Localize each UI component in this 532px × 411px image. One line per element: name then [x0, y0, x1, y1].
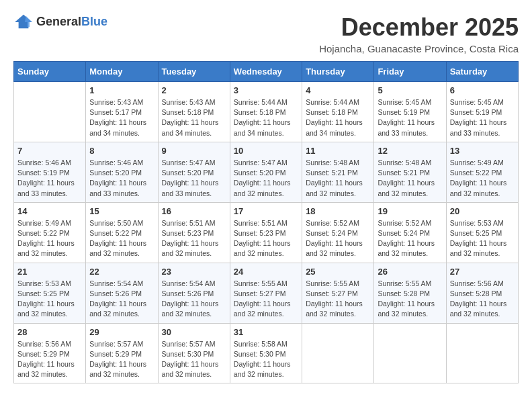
- calendar-cell: [302, 323, 374, 383]
- cell-date: 4: [306, 85, 370, 95]
- calendar-cell: [374, 323, 446, 383]
- calendar-cell: 28Sunrise: 5:56 AMSunset: 5:29 PMDayligh…: [14, 323, 86, 383]
- main-title: December 2025: [319, 13, 519, 42]
- day-header-wednesday: Wednesday: [230, 62, 302, 82]
- cell-info: Sunrise: 5:49 AMSunset: 5:22 PMDaylight:…: [450, 158, 515, 199]
- cell-date: 6: [450, 85, 515, 95]
- cell-info: Sunrise: 5:47 AMSunset: 5:20 PMDaylight:…: [234, 158, 298, 199]
- cell-info: Sunrise: 5:50 AMSunset: 5:22 PMDaylight:…: [89, 218, 154, 259]
- cell-info: Sunrise: 5:45 AMSunset: 5:19 PMDaylight:…: [450, 97, 515, 138]
- cell-info: Sunrise: 5:49 AMSunset: 5:22 PMDaylight:…: [17, 218, 82, 259]
- cell-date: 16: [162, 206, 226, 216]
- cell-info: Sunrise: 5:52 AMSunset: 5:24 PMDaylight:…: [306, 218, 370, 259]
- logo-blue: Blue: [81, 15, 107, 28]
- calendar-cell: [446, 323, 518, 383]
- calendar-week-row: 1Sunrise: 5:43 AMSunset: 5:17 PMDaylight…: [14, 82, 519, 142]
- cell-info: Sunrise: 5:51 AMSunset: 5:23 PMDaylight:…: [234, 218, 298, 259]
- calendar-table: SundayMondayTuesdayWednesdayThursdayFrid…: [13, 61, 519, 383]
- cell-date: 20: [450, 206, 515, 216]
- calendar-cell: 14Sunrise: 5:49 AMSunset: 5:22 PMDayligh…: [14, 202, 86, 263]
- cell-info: Sunrise: 5:44 AMSunset: 5:18 PMDaylight:…: [234, 97, 298, 138]
- cell-date: 27: [450, 267, 515, 277]
- day-header-saturday: Saturday: [446, 62, 518, 82]
- calendar-cell: 2Sunrise: 5:43 AMSunset: 5:18 PMDaylight…: [158, 82, 230, 142]
- logo-general: General: [36, 15, 81, 28]
- cell-date: 3: [234, 85, 298, 95]
- cell-date: 2: [162, 85, 226, 95]
- calendar-cell: 7Sunrise: 5:46 AMSunset: 5:19 PMDaylight…: [14, 142, 86, 202]
- cell-date: 9: [162, 146, 226, 156]
- cell-info: Sunrise: 5:55 AMSunset: 5:28 PMDaylight:…: [378, 279, 442, 320]
- cell-date: 18: [306, 206, 370, 216]
- cell-date: 24: [234, 267, 298, 277]
- calendar-cell: 22Sunrise: 5:54 AMSunset: 5:26 PMDayligh…: [86, 263, 158, 323]
- cell-info: Sunrise: 5:46 AMSunset: 5:19 PMDaylight:…: [17, 158, 82, 199]
- calendar-cell: 27Sunrise: 5:56 AMSunset: 5:28 PMDayligh…: [446, 263, 518, 323]
- cell-date: 10: [234, 146, 298, 156]
- calendar-cell: 21Sunrise: 5:53 AMSunset: 5:25 PMDayligh…: [14, 263, 86, 323]
- calendar-cell: 17Sunrise: 5:51 AMSunset: 5:23 PMDayligh…: [230, 202, 302, 263]
- cell-date: 8: [89, 146, 154, 156]
- calendar-cell: 1Sunrise: 5:43 AMSunset: 5:17 PMDaylight…: [86, 82, 158, 142]
- cell-date: 23: [162, 267, 226, 277]
- cell-date: 15: [89, 206, 154, 216]
- calendar-cell: 8Sunrise: 5:46 AMSunset: 5:20 PMDaylight…: [86, 142, 158, 202]
- subtitle: Hojancha, Guanacaste Province, Costa Ric…: [319, 43, 519, 54]
- header: GeneralBlue December 2025 Hojancha, Guan…: [13, 13, 519, 54]
- calendar-cell: 30Sunrise: 5:57 AMSunset: 5:30 PMDayligh…: [158, 323, 230, 383]
- calendar-cell: 19Sunrise: 5:52 AMSunset: 5:24 PMDayligh…: [374, 202, 446, 263]
- calendar-week-row: 7Sunrise: 5:46 AMSunset: 5:19 PMDaylight…: [14, 142, 519, 202]
- cell-date: 28: [17, 327, 82, 337]
- calendar-cell: [14, 82, 86, 142]
- calendar-cell: 3Sunrise: 5:44 AMSunset: 5:18 PMDaylight…: [230, 82, 302, 142]
- calendar-cell: 15Sunrise: 5:50 AMSunset: 5:22 PMDayligh…: [86, 202, 158, 263]
- cell-date: 5: [378, 85, 442, 95]
- cell-info: Sunrise: 5:43 AMSunset: 5:17 PMDaylight:…: [89, 97, 154, 138]
- calendar-cell: 16Sunrise: 5:51 AMSunset: 5:23 PMDayligh…: [158, 202, 230, 263]
- calendar-cell: 23Sunrise: 5:54 AMSunset: 5:26 PMDayligh…: [158, 263, 230, 323]
- calendar-cell: 12Sunrise: 5:48 AMSunset: 5:21 PMDayligh…: [374, 142, 446, 202]
- cell-info: Sunrise: 5:52 AMSunset: 5:24 PMDaylight:…: [378, 218, 442, 259]
- calendar-cell: 26Sunrise: 5:55 AMSunset: 5:28 PMDayligh…: [374, 263, 446, 323]
- calendar-cell: 13Sunrise: 5:49 AMSunset: 5:22 PMDayligh…: [446, 142, 518, 202]
- calendar-cell: 20Sunrise: 5:53 AMSunset: 5:25 PMDayligh…: [446, 202, 518, 263]
- cell-info: Sunrise: 5:56 AMSunset: 5:29 PMDaylight:…: [17, 339, 82, 380]
- cell-info: Sunrise: 5:48 AMSunset: 5:21 PMDaylight:…: [306, 158, 370, 199]
- calendar-cell: 18Sunrise: 5:52 AMSunset: 5:24 PMDayligh…: [302, 202, 374, 263]
- calendar-cell: 25Sunrise: 5:55 AMSunset: 5:27 PMDayligh…: [302, 263, 374, 323]
- cell-date: 21: [17, 267, 82, 277]
- calendar-cell: 6Sunrise: 5:45 AMSunset: 5:19 PMDaylight…: [446, 82, 518, 142]
- cell-date: 25: [306, 267, 370, 277]
- cell-info: Sunrise: 5:57 AMSunset: 5:29 PMDaylight:…: [89, 339, 154, 380]
- cell-date: 17: [234, 206, 298, 216]
- day-header-monday: Monday: [86, 62, 158, 82]
- cell-info: Sunrise: 5:45 AMSunset: 5:19 PMDaylight:…: [378, 97, 442, 138]
- cell-date: 22: [89, 267, 154, 277]
- cell-info: Sunrise: 5:47 AMSunset: 5:20 PMDaylight:…: [162, 158, 226, 199]
- cell-info: Sunrise: 5:54 AMSunset: 5:26 PMDaylight:…: [162, 279, 226, 320]
- day-header-thursday: Thursday: [302, 62, 374, 82]
- cell-date: 26: [378, 267, 442, 277]
- calendar-cell: 5Sunrise: 5:45 AMSunset: 5:19 PMDaylight…: [374, 82, 446, 142]
- calendar-cell: 9Sunrise: 5:47 AMSunset: 5:20 PMDaylight…: [158, 142, 230, 202]
- title-section: December 2025 Hojancha, Guanacaste Provi…: [319, 13, 519, 54]
- cell-info: Sunrise: 5:56 AMSunset: 5:28 PMDaylight:…: [450, 279, 515, 320]
- cell-info: Sunrise: 5:46 AMSunset: 5:20 PMDaylight:…: [89, 158, 154, 199]
- calendar-cell: 10Sunrise: 5:47 AMSunset: 5:20 PMDayligh…: [230, 142, 302, 202]
- cell-date: 1: [89, 85, 154, 95]
- cell-date: 7: [17, 146, 82, 156]
- cell-info: Sunrise: 5:55 AMSunset: 5:27 PMDaylight:…: [306, 279, 370, 320]
- cell-date: 30: [162, 327, 226, 337]
- calendar-cell: 11Sunrise: 5:48 AMSunset: 5:21 PMDayligh…: [302, 142, 374, 202]
- logo: GeneralBlue: [13, 13, 107, 30]
- calendar-header-row: SundayMondayTuesdayWednesdayThursdayFrid…: [14, 62, 519, 82]
- cell-info: Sunrise: 5:53 AMSunset: 5:25 PMDaylight:…: [17, 279, 82, 320]
- cell-info: Sunrise: 5:48 AMSunset: 5:21 PMDaylight:…: [378, 158, 442, 199]
- cell-info: Sunrise: 5:51 AMSunset: 5:23 PMDaylight:…: [162, 218, 226, 259]
- cell-info: Sunrise: 5:58 AMSunset: 5:30 PMDaylight:…: [234, 339, 298, 380]
- logo-icon: [13, 13, 34, 30]
- cell-info: Sunrise: 5:57 AMSunset: 5:30 PMDaylight:…: [162, 339, 226, 380]
- calendar-cell: 29Sunrise: 5:57 AMSunset: 5:29 PMDayligh…: [86, 323, 158, 383]
- cell-date: 12: [378, 146, 442, 156]
- calendar-cell: 31Sunrise: 5:58 AMSunset: 5:30 PMDayligh…: [230, 323, 302, 383]
